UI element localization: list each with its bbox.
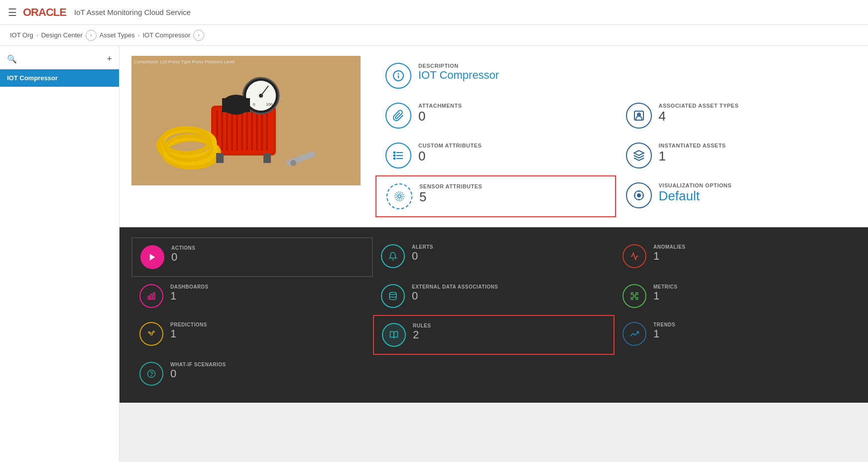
- associated-asset-types-icon: [626, 103, 652, 129]
- svg-text:100: 100: [266, 102, 273, 107]
- breadcrumb: IOT Org › Design Center › Asset Types › …: [0, 25, 868, 46]
- instantiated-assets-text: INSTANTIATED ASSETS 1: [659, 143, 726, 164]
- breadcrumb-sep-1: ›: [36, 32, 38, 39]
- search-icon[interactable]: 🔍: [7, 54, 17, 64]
- svg-line-63: [150, 333, 151, 334]
- associated-asset-types-label: ASSOCIATED ASSET TYPES: [659, 103, 739, 109]
- metrics-label: METRICS: [653, 284, 678, 290]
- anomalies-card[interactable]: ANOMALIES 1: [615, 237, 856, 277]
- metrics-card[interactable]: METRICS 1: [615, 277, 856, 315]
- alerts-card[interactable]: ALERTS 0: [373, 237, 615, 277]
- custom-attributes-card[interactable]: CUSTOM ATTRIBUTES 0: [375, 136, 616, 175]
- dashboards-text: DASHBOARDS 1: [170, 284, 209, 303]
- breadcrumb-circle-2[interactable]: ›: [193, 30, 204, 41]
- svg-point-46: [396, 193, 402, 199]
- rules-card[interactable]: RULES 2: [373, 315, 615, 355]
- custom-attributes-text: CUSTOM ATTRIBUTES 0: [418, 143, 482, 164]
- svg-text:Compressor 110 Press Type Pres: Compressor 110 Press Type Press Pressure…: [134, 59, 235, 64]
- metrics-value: 1: [653, 290, 678, 303]
- svg-point-61: [148, 332, 150, 333]
- predictions-value: 1: [170, 327, 207, 340]
- sensor-attributes-card[interactable]: SENSOR ATTRIBUTES 5: [375, 175, 616, 217]
- attachments-value: 0: [418, 109, 462, 124]
- breadcrumb-circle-1[interactable]: ›: [86, 30, 97, 41]
- rules-value: 2: [413, 328, 431, 341]
- svg-rect-57: [631, 298, 633, 300]
- svg-rect-10: [251, 111, 253, 151]
- svg-rect-9: [246, 111, 248, 151]
- alerts-label: ALERTS: [412, 244, 433, 250]
- visualization-options-text: VISUALIZATION OPTIONS Default: [659, 182, 732, 204]
- sensor-attributes-icon: [386, 183, 412, 209]
- associated-asset-types-card[interactable]: ASSOCIATED ASSET TYPES 4: [616, 96, 857, 136]
- anomalies-label: ANOMALIES: [653, 244, 686, 250]
- trends-icon: [622, 322, 646, 346]
- breadcrumb-design-center[interactable]: Design Center: [41, 31, 83, 39]
- svg-rect-53: [153, 293, 155, 300]
- actions-icon: [140, 245, 164, 269]
- instantiated-assets-card[interactable]: INSTANTIATED ASSETS 1: [616, 136, 857, 175]
- attachments-card[interactable]: ATTACHMENTS 0: [375, 96, 616, 136]
- external-data-card[interactable]: EXTERNAL DATA ASSOCIATIONS 0: [373, 277, 615, 315]
- instantiated-assets-value: 1: [659, 149, 726, 164]
- trends-value: 1: [653, 327, 675, 340]
- add-button[interactable]: +: [107, 54, 112, 64]
- metrics-icon: [622, 284, 646, 308]
- svg-point-54: [389, 293, 396, 295]
- what-if-text: WHAT-IF SCENARIOS 0: [170, 362, 226, 380]
- what-if-icon: [139, 362, 163, 386]
- what-if-label: WHAT-IF SCENARIOS: [170, 362, 226, 367]
- actions-label: ACTIONS: [171, 245, 196, 251]
- predictions-icon: [139, 322, 163, 346]
- svg-point-29: [290, 160, 296, 166]
- svg-rect-7: [236, 111, 238, 151]
- breadcrumb-asset-types[interactable]: Asset Types: [100, 31, 135, 39]
- description-value: IOT Compressor: [418, 69, 499, 82]
- associated-asset-types-text: ASSOCIATED ASSET TYPES 4: [659, 103, 739, 124]
- svg-point-42: [394, 152, 395, 154]
- sidebar-search-row: 🔍 +: [0, 51, 119, 69]
- breadcrumb-sep-2: ›: [137, 32, 139, 39]
- menu-icon[interactable]: ☰: [8, 6, 17, 18]
- alerts-text: ALERTS 0: [412, 244, 433, 263]
- what-if-scenarios-card[interactable]: WHAT-IF SCENARIOS 0: [131, 355, 373, 393]
- sidebar-item-iot-compressor[interactable]: IOT Compressor: [0, 69, 119, 87]
- sidebar: 🔍 + IOT Compressor: [0, 46, 120, 462]
- asset-image: 0 100: [131, 56, 361, 185]
- visualization-options-card[interactable]: VISUALIZATION OPTIONS Default: [616, 175, 857, 217]
- what-if-value: 0: [170, 367, 226, 380]
- predictions-card[interactable]: PREDICTIONS 1: [131, 315, 373, 355]
- svg-rect-58: [636, 298, 638, 300]
- svg-rect-12: [261, 111, 263, 151]
- dashboards-card[interactable]: DASHBOARDS 1: [131, 277, 373, 315]
- svg-point-45: [398, 195, 401, 198]
- metrics-text: METRICS 1: [653, 284, 678, 303]
- svg-text:0: 0: [253, 102, 255, 107]
- svg-rect-31: [263, 153, 271, 163]
- svg-rect-51: [148, 296, 149, 300]
- actions-card[interactable]: ACTIONS 0: [131, 237, 373, 277]
- description-card[interactable]: DESCRIPTION IOT Compressor: [375, 56, 856, 96]
- custom-attributes-value: 0: [418, 149, 482, 164]
- main-layout: 🔍 + IOT Compressor: [0, 46, 868, 462]
- anomalies-text: ANOMALIES 1: [653, 244, 686, 263]
- svg-rect-11: [256, 111, 258, 151]
- description-label: DESCRIPTION: [418, 63, 499, 69]
- sensor-attributes-text: SENSOR ATTRIBUTES 5: [419, 183, 482, 205]
- breadcrumb-iot-compressor[interactable]: IOT Compressor: [142, 31, 190, 39]
- dashboards-label: DASHBOARDS: [170, 284, 209, 290]
- visualization-options-label: VISUALIZATION OPTIONS: [659, 182, 732, 188]
- oracle-logo: ORACLE: [23, 6, 66, 19]
- trends-card[interactable]: TRENDS 1: [615, 315, 856, 355]
- breadcrumb-iot-org[interactable]: IOT Org: [10, 31, 33, 39]
- trends-label: TRENDS: [653, 322, 675, 327]
- svg-point-38: [638, 114, 639, 115]
- dashboards-value: 1: [170, 290, 209, 303]
- svg-rect-55: [631, 293, 633, 295]
- external-data-icon: [381, 284, 405, 308]
- dashboards-icon: [139, 284, 163, 308]
- bottom-section: ACTIONS 0 ALERTS 0: [120, 227, 868, 403]
- header-app-title: IoT Asset Monitoring Cloud Service: [74, 8, 191, 16]
- instantiated-assets-icon: [626, 143, 652, 168]
- external-data-value: 0: [412, 290, 498, 303]
